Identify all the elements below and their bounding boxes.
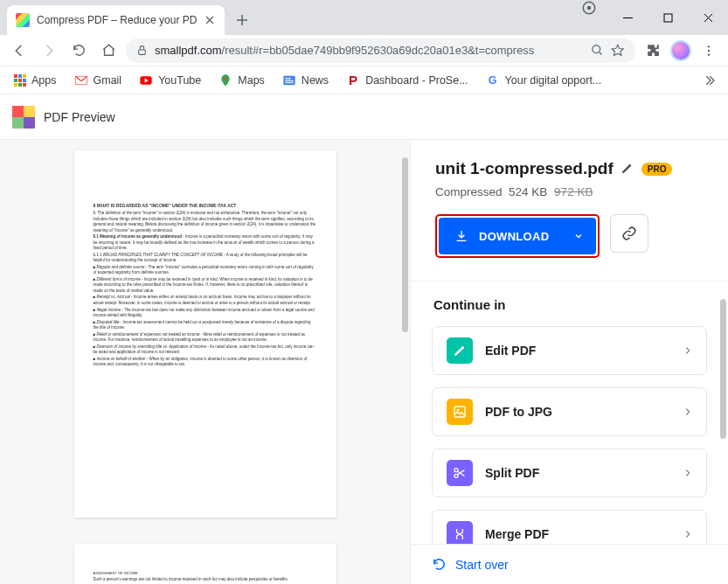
download-icon	[454, 229, 468, 243]
link-icon	[621, 226, 637, 241]
merge-pdf-icon	[447, 521, 473, 544]
reload-button[interactable]	[66, 38, 91, 63]
share-link-button[interactable]	[610, 214, 648, 253]
svg-rect-11	[285, 78, 291, 79]
lock-icon	[136, 45, 148, 56]
tool-label: Edit PDF	[485, 344, 683, 358]
edit-icon[interactable]	[621, 162, 634, 176]
zoom-icon[interactable]	[591, 44, 604, 57]
start-over-label: Start over	[455, 558, 509, 572]
chevron-right-icon	[683, 469, 692, 477]
file-name: unit 1-compressed.pdf	[435, 159, 614, 178]
tool-pdf-to-jpg[interactable]: PDF to JPG	[432, 387, 707, 436]
bookmark-label: Apps	[31, 74, 57, 87]
bookmark-news[interactable]: News	[275, 70, 336, 91]
chevron-right-icon	[683, 530, 692, 539]
continue-section: Continue in Edit PDF PDF to JPG Split PD…	[411, 281, 728, 544]
pdf-page-content: ASSESSMENT OF INCOME Such a person's ear…	[94, 571, 317, 582]
star-icon[interactable]	[611, 44, 625, 58]
profile-avatar[interactable]	[670, 40, 691, 61]
svg-point-7	[708, 53, 710, 55]
gmail-icon	[74, 73, 88, 87]
bookmark-label: YouTube	[158, 74, 201, 87]
pdf-page-1: 8 WHAT IS REGARDED AS "INCOME" UNDER THE…	[74, 150, 336, 518]
new-tab-button[interactable]	[230, 8, 254, 32]
window-controls	[581, 0, 728, 35]
main-content: 8 WHAT IS REGARDED AS "INCOME" UNDER THE…	[0, 140, 728, 584]
file-info: unit 1-compressed.pdf PRO Compressed 524…	[411, 140, 728, 214]
svg-rect-13	[285, 82, 293, 83]
tab-title: Compress PDF – Reduce your PD	[37, 14, 197, 26]
chevron-right-icon	[683, 407, 692, 416]
svg-point-6	[708, 49, 710, 51]
preview-pane[interactable]: 8 WHAT IS REGARDED AS "INCOME" UNDER THE…	[0, 140, 410, 584]
tool-label: PDF to JPG	[485, 405, 683, 419]
page-title: PDF Preview	[44, 110, 115, 124]
split-pdf-icon	[447, 460, 473, 486]
apps-button[interactable]: Apps	[7, 71, 64, 90]
bookmark-gmail[interactable]: Gmail	[67, 70, 129, 91]
file-size-info: Compressed 524 KB 972 KB	[435, 185, 704, 198]
youtube-icon	[139, 73, 153, 87]
restart-icon	[432, 557, 447, 572]
tool-merge-pdf[interactable]: Merge PDF	[432, 510, 707, 544]
tool-split-pdf[interactable]: Split PDF	[432, 448, 707, 497]
bookmark-label: Maps	[238, 74, 265, 87]
bookmark-label: Dashboard - ProSe...	[365, 74, 468, 87]
back-button[interactable]	[7, 38, 31, 63]
bookmark-dashboard[interactable]: PDashboard - ProSe...	[339, 70, 475, 91]
bookmark-maps[interactable]: Maps	[211, 70, 272, 91]
url-text: smallpdf.com/result#r=bb05dae749bb9f9526…	[155, 44, 584, 57]
svg-rect-14	[454, 407, 465, 417]
forward-button[interactable]	[37, 38, 61, 63]
download-label: DOWNLOAD	[479, 230, 549, 243]
scrollbar-thumb[interactable]	[720, 299, 726, 439]
svg-rect-3	[139, 50, 146, 54]
maximize-button[interactable]	[648, 0, 688, 35]
svg-point-4	[593, 45, 600, 53]
scrollbar-thumb[interactable]	[402, 157, 408, 332]
chevron-down-icon	[573, 231, 584, 241]
tool-label: Split PDF	[485, 466, 683, 480]
edit-pdf-icon	[447, 337, 473, 364]
browser-toolbar: smallpdf.com/result#r=bb05dae749bb9f9526…	[0, 35, 728, 66]
favicon-icon	[16, 13, 30, 27]
apps-icon	[14, 74, 26, 87]
close-icon[interactable]	[204, 14, 216, 26]
app-header: PDF Preview	[0, 94, 728, 140]
pro-badge: PRO	[641, 163, 673, 176]
address-bar[interactable]: smallpdf.com/result#r=bb05dae749bb9f9526…	[126, 38, 635, 63]
bookmark-label: Gmail	[94, 74, 122, 87]
pdf-page-2: ASSESSMENT OF INCOME Such a person's ear…	[74, 544, 336, 584]
bookmarks-overflow-icon[interactable]	[697, 68, 721, 93]
browser-tab[interactable]: Compress PDF – Reduce your PD	[7, 5, 225, 35]
bookmark-label: Your digital opport...	[505, 74, 602, 87]
extensions-icon[interactable]	[641, 38, 665, 63]
svg-point-5	[708, 45, 710, 47]
incognito-icon	[581, 0, 599, 17]
smallpdf-logo-icon	[12, 106, 35, 129]
tool-label: Merge PDF	[485, 527, 683, 541]
close-window-button[interactable]	[688, 0, 728, 35]
chevron-right-icon	[683, 346, 692, 355]
minimize-button[interactable]	[607, 0, 648, 35]
side-panel: unit 1-compressed.pdf PRO Compressed 524…	[410, 140, 728, 584]
svg-rect-2	[664, 14, 672, 22]
kebab-menu-icon[interactable]	[697, 38, 721, 63]
continue-heading: Continue in	[433, 297, 705, 312]
home-button[interactable]	[96, 38, 121, 63]
svg-point-9	[225, 77, 227, 80]
pdf-page-content: 8 WHAT IS REGARDED AS "INCOME" UNDER THE…	[94, 203, 317, 368]
tool-edit-pdf[interactable]: Edit PDF	[432, 326, 707, 375]
bookmark-label: News	[302, 74, 329, 87]
svg-point-1	[587, 6, 592, 10]
pdf-to-jpg-icon	[447, 399, 473, 425]
bookmark-opportunity[interactable]: GYour digital opport...	[479, 70, 609, 91]
maps-icon	[218, 73, 232, 87]
bookmark-youtube[interactable]: YouTube	[132, 70, 208, 91]
svg-point-15	[457, 409, 460, 412]
download-button[interactable]: DOWNLOAD	[439, 218, 596, 254]
google-icon: G	[486, 73, 500, 87]
start-over-button[interactable]: Start over	[411, 544, 728, 584]
pinterest-icon: P	[346, 73, 360, 87]
